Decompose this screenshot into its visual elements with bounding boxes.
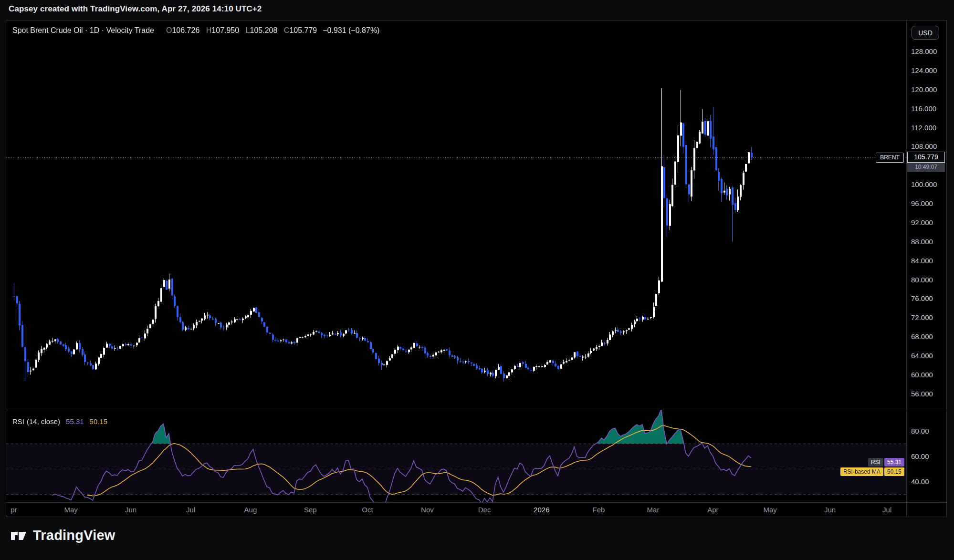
bar-countdown-label: 10:49:07 [907, 163, 945, 172]
price-axis-label: 72.000 [911, 313, 933, 322]
time-axis-label: Aug [244, 506, 257, 514]
symbol-title[interactable]: Spot Brent Crude Oil · 1D · Velocity Tra… [12, 26, 154, 35]
ohlc-open-label: O [166, 26, 172, 34]
price-axis-label: 68.000 [911, 332, 933, 341]
time-axis-label: Jun [824, 506, 836, 514]
price-axis-label: 128.000 [911, 47, 937, 56]
time-axis-label: Jul [186, 506, 195, 514]
time-axis-label: May [64, 506, 78, 514]
time-axis-label: Mar [647, 506, 660, 514]
ohlc-close-label: C [284, 26, 290, 34]
time-axis-label: May [763, 506, 776, 514]
rsi-ma-value-badge: RSI-based MA 50.15 [840, 467, 904, 476]
time-axis-label: Oct [362, 506, 373, 514]
last-price-label: 105.779 [907, 152, 945, 163]
price-change: −0.931 (−0.87%) [323, 26, 379, 35]
rsi-indicator-title[interactable]: RSI [12, 417, 24, 425]
time-axis-label: Feb [593, 506, 605, 514]
chart-legend: Spot Brent Crude Oil · 1D · Velocity Tra… [12, 26, 379, 35]
price-axis-label: 96.000 [911, 199, 933, 208]
rsi-legend-value: 55.31 [66, 417, 84, 425]
price-axis-label: 56.000 [911, 390, 933, 398]
rsi-chart-canvas[interactable] [6, 410, 906, 502]
price-axis-label: 92.000 [911, 218, 933, 227]
time-axis-label: Dec [478, 506, 491, 514]
tradingview-logo-icon[interactable] [10, 529, 28, 543]
price-axis-label: 88.000 [911, 238, 933, 246]
price-chart-canvas[interactable] [6, 21, 906, 410]
chart-frame: Spot Brent Crude Oil · 1D · Velocity Tra… [6, 20, 947, 517]
rsi-axis-label: 40.00 [911, 477, 929, 486]
rsi-badge-label: RSI [868, 458, 883, 467]
currency-toggle-button[interactable]: USD [912, 26, 939, 40]
time-axis-label: Nov [421, 506, 434, 514]
time-axis-label: Jul [882, 506, 891, 514]
rsi-badge-value: 55.31 [884, 458, 904, 467]
price-axis-label: 108.000 [911, 142, 937, 151]
price-axis-label: 112.000 [911, 124, 936, 132]
rsi-value-badge: RSI 55.31 [868, 458, 904, 467]
price-axis-label: 76.000 [911, 294, 933, 303]
rsi-axis-label: 60.00 [911, 452, 929, 461]
rsi-ma-badge-value: 50.15 [884, 467, 904, 476]
ohlc-low-value: 105.208 [250, 26, 278, 34]
time-axis-label: Apr [707, 506, 718, 514]
symbol-price-tag: BRENT [876, 153, 904, 163]
ohlc-close-value: 105.779 [289, 26, 317, 34]
rsi-legend: RSI (14, close) 55.31 50.15 [12, 417, 107, 425]
rsi-ma-legend-value: 50.15 [90, 417, 108, 425]
price-axis-label: 80.000 [911, 276, 933, 284]
price-axis-label: 84.000 [911, 257, 933, 265]
ohlc-high-value: 107.950 [211, 26, 239, 34]
attribution-text: Capsey created with TradingView.com, Apr… [9, 4, 262, 14]
price-axis-label: 120.000 [911, 85, 937, 94]
ohlc-open-value: 106.726 [172, 26, 199, 34]
ohlc-readout: O106.726 H107.950 L105.208 C105.779 [162, 26, 317, 35]
rsi-axis-label: 80.00 [911, 427, 929, 436]
price-axis-label: 116.000 [911, 104, 936, 113]
ohlc-high-label: H [206, 26, 212, 34]
page: { "page": { "attribution": "Capsey creat… [0, 0, 954, 560]
time-axis-label: pr [10, 506, 17, 514]
time-axis[interactable]: prMayJunJulAugSepOctNovDec2026FebMarAprM… [6, 503, 906, 517]
tradingview-wordmark[interactable]: TradingView [33, 528, 115, 543]
rsi-indicator-params: (14, close) [27, 417, 60, 425]
rsi-ma-badge-label: RSI-based MA [840, 467, 883, 476]
pane-divider[interactable] [6, 410, 946, 410]
time-axis-label: Jun [125, 506, 136, 514]
time-axis-label: 2026 [534, 506, 549, 514]
ohlc-low-label: L [246, 26, 250, 34]
price-axis-label: 124.000 [911, 66, 937, 75]
price-axis-label: 60.000 [911, 371, 933, 379]
time-axis-label: Sep [304, 506, 317, 514]
footer: TradingView [10, 528, 115, 543]
price-axis-column[interactable]: USD 105.779 10:49:07 128.000124.000120.0… [906, 21, 946, 517]
price-axis-label: 100.000 [911, 180, 937, 189]
price-axis-label: 64.000 [911, 352, 933, 360]
